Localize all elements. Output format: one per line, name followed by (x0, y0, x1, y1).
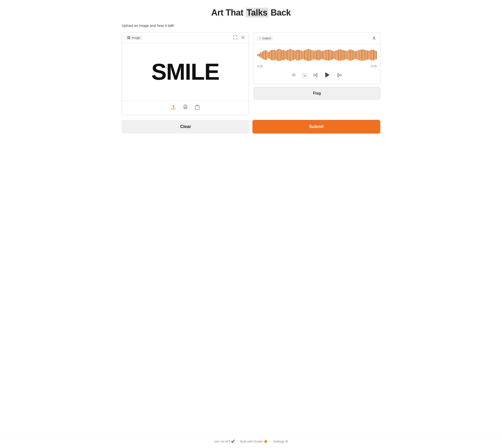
waveform-bar (325, 50, 326, 60)
waveform-bar (353, 50, 354, 59)
play-button[interactable] (323, 70, 332, 81)
waveform-bar (376, 51, 377, 59)
timestamp-start: 0:35 (257, 64, 263, 68)
separator-1: · (237, 440, 238, 443)
flag-button[interactable]: Flag (254, 87, 380, 99)
settings-icon: ⚙ (285, 440, 288, 443)
waveform-bar (287, 50, 288, 60)
waveform-bar (317, 50, 318, 61)
audio-timestamps: 0:35 0:35 (257, 64, 377, 68)
waveform-bar (361, 49, 362, 61)
clear-button[interactable]: Clear (122, 120, 250, 133)
waveform-bar (355, 51, 356, 59)
svg-marker-5 (325, 72, 330, 78)
settings-link[interactable]: Settings ⚙ (273, 440, 288, 443)
waveform[interactable] (257, 47, 377, 63)
waveform-bar (274, 50, 275, 60)
image-toolbar (122, 100, 249, 115)
waveform-bar (319, 50, 320, 60)
waveform-bar (280, 49, 281, 61)
waveform-bar (314, 51, 315, 59)
waveform-bar (301, 50, 302, 59)
waveform-bar (338, 49, 339, 61)
workspace: 🖼 image SMILE (122, 32, 380, 115)
waveform-bar (344, 50, 345, 59)
camera-button[interactable] (182, 104, 189, 112)
waveform-bar (302, 51, 303, 59)
waveform-bar (356, 51, 357, 59)
waveform-bar (262, 52, 263, 59)
timestamp-end: 0:35 (371, 64, 377, 68)
api-icon: 🚀 (231, 440, 235, 443)
waveform-bar (337, 50, 338, 60)
volume-button[interactable] (291, 72, 298, 80)
speed-button[interactable]: 1x (301, 73, 308, 78)
waveform-bar (268, 52, 269, 58)
waveform-bar (277, 49, 278, 61)
waveform-bar (296, 50, 297, 60)
waveform-bar (365, 50, 366, 60)
image-panel-controls (232, 34, 246, 41)
waveform-bar (368, 51, 369, 59)
api-link[interactable]: Use via API 🚀 (214, 440, 235, 443)
waveform-bar (263, 51, 264, 59)
upload-button[interactable] (170, 104, 177, 112)
waveform-bar (292, 50, 293, 61)
image-panel-label: 🖼 image (125, 35, 143, 40)
waveform-bar (352, 50, 353, 60)
waveform-bar (320, 50, 321, 60)
waveform-bar (341, 50, 342, 61)
image-display: SMILE (122, 43, 249, 100)
waveform-bar (265, 50, 266, 60)
rewind-button[interactable] (312, 72, 319, 80)
waveform-bar (316, 50, 317, 60)
audio-label-text: output (262, 36, 271, 40)
download-button[interactable] (371, 34, 377, 42)
waveform-bar (326, 50, 327, 61)
forward-button[interactable] (336, 72, 343, 80)
api-label: Use via API (214, 440, 230, 443)
clipboard-button[interactable] (194, 104, 201, 112)
waveform-bar (311, 50, 312, 60)
footer: Use via API 🚀 · Built with Gradio 🔶 · Se… (0, 435, 502, 448)
waveform-bar (281, 50, 282, 60)
image-panel: 🖼 image SMILE (122, 32, 249, 115)
waveform-bar (335, 50, 336, 59)
waveform-bar (271, 50, 272, 60)
waveform-bar (371, 50, 372, 61)
waveform-bar (332, 51, 333, 59)
audio-panel: ♪ output 0:35 (254, 32, 380, 84)
waveform-bar (259, 54, 260, 57)
waveform-bar (323, 50, 324, 59)
waveform-bar (322, 51, 323, 59)
right-column: ♪ output 0:35 (254, 32, 380, 99)
waveform-bar (293, 50, 294, 60)
separator-2: · (270, 440, 271, 443)
waveform-bar (364, 50, 365, 61)
page-title: Art That Talks Back (122, 8, 380, 18)
music-icon: ♪ (259, 36, 261, 40)
waveform-bar (266, 50, 267, 59)
svg-marker-2 (292, 73, 294, 76)
audio-controls: 1x (257, 70, 377, 81)
waveform-bar (283, 50, 284, 61)
submit-button[interactable]: Submit (252, 120, 380, 133)
waveform-bar (275, 50, 276, 60)
close-image-button[interactable] (240, 34, 246, 41)
image-panel-header: 🖼 image (122, 32, 249, 43)
subtitle: Upload an image and hear it talk! (122, 23, 380, 28)
title-part2: Back (268, 8, 291, 17)
action-buttons: Clear Submit (122, 120, 380, 133)
waveform-bar (304, 50, 305, 60)
built-icon: 🔶 (264, 440, 268, 443)
waveform-bar (329, 50, 330, 60)
waveform-bar (343, 50, 344, 60)
waveform-bar (257, 54, 258, 56)
audio-panel-label: ♪ output (257, 36, 273, 41)
image-icon: 🖼 (127, 36, 130, 39)
fullscreen-button[interactable] (232, 34, 238, 41)
waveform-bar (295, 51, 296, 59)
waveform-bar (347, 50, 348, 60)
waveform-bar (370, 50, 371, 60)
svg-marker-6 (338, 73, 340, 77)
